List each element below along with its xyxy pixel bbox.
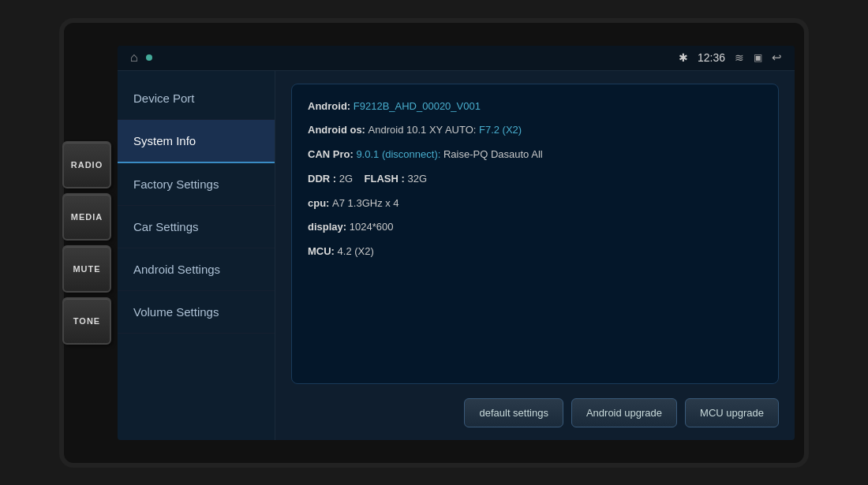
side-buttons-panel: RADIO MEDIA MUTE TONE	[62, 141, 111, 345]
back-icon[interactable]: ↩	[772, 50, 782, 65]
dot-indicator	[146, 54, 152, 61]
can-pro-extra: Raise-PQ Dasauto All	[443, 148, 543, 160]
android-os-label: Android os:	[308, 124, 369, 136]
can-pro-label: CAN Pro:	[308, 148, 356, 160]
android-os-value: Android 10.1	[369, 124, 429, 136]
car-unit-frame: RADIO MEDIA MUTE TONE ⌂ ✱ 12:36 ≋ ▣ ↩	[59, 18, 809, 468]
ddr-label: DDR :	[308, 173, 339, 185]
sidebar-item-device-port[interactable]: Device Port	[118, 77, 275, 120]
android-os-row: Android os: Android 10.1 XY AUTO: F7.2 (…	[308, 122, 762, 139]
signal-icon: ≋	[735, 51, 744, 64]
xy-auto-value: XY AUTO:	[429, 124, 479, 136]
can-pro-row: CAN Pro: 9.0.1 (disconnect): Raise-PQ Da…	[308, 147, 762, 163]
home-icon: ⌂	[130, 50, 138, 65]
cpu-label: cpu:	[308, 197, 332, 209]
default-settings-button[interactable]: default settings	[464, 398, 563, 427]
cpu-row: cpu: A7 1.3GHz x 4	[308, 196, 762, 212]
flash-value: 32G	[407, 173, 427, 185]
android-value: F9212B_AHD_00020_V001	[354, 100, 481, 112]
sidebar-item-volume-settings[interactable]: Volume Settings	[118, 291, 275, 334]
mcu-label: MCU:	[308, 245, 338, 257]
android-row: Android: F9212B_AHD_00020_V001	[308, 99, 762, 115]
info-panel: Android: F9212B_AHD_00020_V001 Android o…	[275, 71, 795, 440]
mcu-row: MCU: 4.2 (X2)	[308, 244, 762, 260]
main-content: Device Port System Info Factory Settings…	[118, 71, 795, 440]
clock: 12:36	[698, 51, 725, 64]
android-upgrade-button[interactable]: Android upgrade	[571, 398, 677, 427]
sidebar-item-factory-settings[interactable]: Factory Settings	[118, 163, 275, 206]
mute-button[interactable]: MUTE	[62, 245, 111, 293]
ddr-value: 2G	[339, 173, 361, 185]
sidebar-item-system-info[interactable]: System Info	[118, 120, 275, 163]
flash-label: FLASH :	[365, 173, 408, 185]
display-value: 1024*600	[350, 221, 394, 233]
xy-auto-version: F7.2 (X2)	[479, 124, 522, 136]
display-label: display:	[308, 221, 350, 233]
status-bar-left: ⌂	[130, 50, 152, 65]
cpu-value: A7 1.3GHz x 4	[332, 197, 399, 209]
sidebar-item-android-settings[interactable]: Android Settings	[118, 248, 275, 291]
sidebar-item-car-settings[interactable]: Car Settings	[118, 206, 275, 248]
screen: ⌂ ✱ 12:36 ≋ ▣ ↩ Device Port System Info	[118, 46, 795, 440]
radio-button[interactable]: RADIO	[62, 141, 111, 188]
bluetooth-icon: ✱	[679, 51, 688, 64]
media-button[interactable]: MEDIA	[62, 193, 111, 241]
can-pro-value: 9.0.1 (disconnect):	[356, 148, 443, 160]
sidebar-menu: Device Port System Info Factory Settings…	[118, 71, 275, 440]
tone-button[interactable]: TONE	[62, 297, 111, 345]
status-bar-right: ✱ 12:36 ≋ ▣ ↩	[679, 50, 782, 65]
bottom-buttons: default settings Android upgrade MCU upg…	[291, 395, 779, 427]
mcu-upgrade-button[interactable]: MCU upgrade	[685, 398, 779, 427]
display-row: display: 1024*600	[308, 219, 762, 236]
window-icon: ▣	[754, 52, 762, 63]
android-label: Android:	[308, 100, 354, 112]
system-info-box: Android: F9212B_AHD_00020_V001 Android o…	[291, 84, 779, 384]
status-bar: ⌂ ✱ 12:36 ≋ ▣ ↩	[118, 46, 795, 71]
mcu-value: 4.2 (X2)	[338, 245, 374, 257]
ddr-row: DDR : 2G FLASH : 32G	[308, 171, 762, 188]
